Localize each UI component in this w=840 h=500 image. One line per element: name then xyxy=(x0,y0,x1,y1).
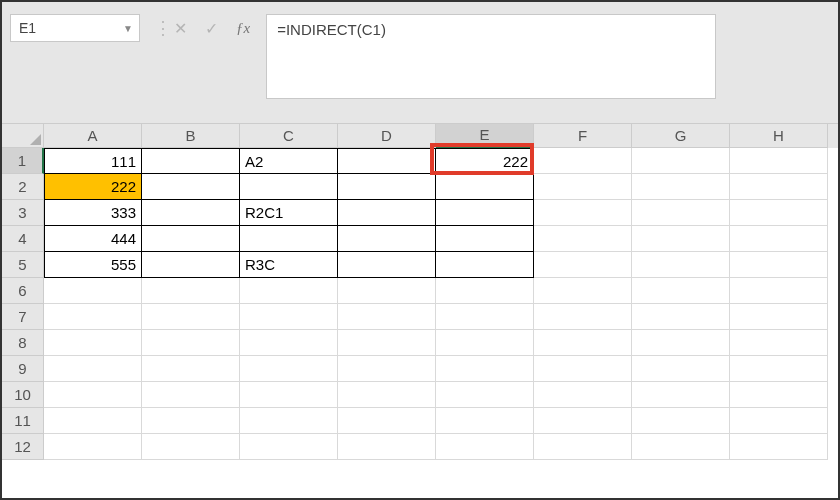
column-header-d[interactable]: D xyxy=(338,124,436,148)
cell-d1[interactable] xyxy=(338,148,436,174)
cell-b10[interactable] xyxy=(142,382,240,408)
column-header-e[interactable]: E xyxy=(436,124,534,148)
cell-b11[interactable] xyxy=(142,408,240,434)
cell-f5[interactable] xyxy=(534,252,632,278)
cell-h8[interactable] xyxy=(730,330,828,356)
cell-b9[interactable] xyxy=(142,356,240,382)
enter-icon[interactable]: ✓ xyxy=(205,19,218,38)
cell-f4[interactable] xyxy=(534,226,632,252)
cell-b12[interactable] xyxy=(142,434,240,460)
cell-h1[interactable] xyxy=(730,148,828,174)
cell-h10[interactable] xyxy=(730,382,828,408)
row-header-6[interactable]: 6 xyxy=(2,278,44,304)
row-header-3[interactable]: 3 xyxy=(2,200,44,226)
column-header-a[interactable]: A xyxy=(44,124,142,148)
cell-f12[interactable] xyxy=(534,434,632,460)
cell-h12[interactable] xyxy=(730,434,828,460)
cell-h9[interactable] xyxy=(730,356,828,382)
column-header-f[interactable]: F xyxy=(534,124,632,148)
cell-g3[interactable] xyxy=(632,200,730,226)
cell-a4[interactable]: 444 xyxy=(44,226,142,252)
cell-f6[interactable] xyxy=(534,278,632,304)
row-header-10[interactable]: 10 xyxy=(2,382,44,408)
cell-a6[interactable] xyxy=(44,278,142,304)
cell-c2[interactable] xyxy=(240,174,338,200)
cell-a12[interactable] xyxy=(44,434,142,460)
cell-h3[interactable] xyxy=(730,200,828,226)
column-header-h[interactable]: H xyxy=(730,124,828,148)
cell-d7[interactable] xyxy=(338,304,436,330)
cell-a11[interactable] xyxy=(44,408,142,434)
cell-b2[interactable] xyxy=(142,174,240,200)
row-header-4[interactable]: 4 xyxy=(2,226,44,252)
cell-g11[interactable] xyxy=(632,408,730,434)
cell-b6[interactable] xyxy=(142,278,240,304)
cell-a10[interactable] xyxy=(44,382,142,408)
cell-f11[interactable] xyxy=(534,408,632,434)
column-header-g[interactable]: G xyxy=(632,124,730,148)
cell-d10[interactable] xyxy=(338,382,436,408)
cell-b3[interactable] xyxy=(142,200,240,226)
cell-g10[interactable] xyxy=(632,382,730,408)
cell-d6[interactable] xyxy=(338,278,436,304)
row-header-7[interactable]: 7 xyxy=(2,304,44,330)
cell-a5[interactable]: 555 xyxy=(44,252,142,278)
cell-c7[interactable] xyxy=(240,304,338,330)
cell-g6[interactable] xyxy=(632,278,730,304)
cell-d2[interactable] xyxy=(338,174,436,200)
cell-e3[interactable] xyxy=(436,200,534,226)
row-header-8[interactable]: 8 xyxy=(2,330,44,356)
cell-c6[interactable] xyxy=(240,278,338,304)
row-header-9[interactable]: 9 xyxy=(2,356,44,382)
cell-f2[interactable] xyxy=(534,174,632,200)
cell-b7[interactable] xyxy=(142,304,240,330)
cell-d8[interactable] xyxy=(338,330,436,356)
cell-b5[interactable] xyxy=(142,252,240,278)
cell-a8[interactable] xyxy=(44,330,142,356)
cell-a2[interactable]: 222 xyxy=(44,174,142,200)
cell-e11[interactable] xyxy=(436,408,534,434)
cell-c4[interactable] xyxy=(240,226,338,252)
cell-f7[interactable] xyxy=(534,304,632,330)
cell-d5[interactable] xyxy=(338,252,436,278)
cell-c9[interactable] xyxy=(240,356,338,382)
cell-f10[interactable] xyxy=(534,382,632,408)
cell-c8[interactable] xyxy=(240,330,338,356)
cell-h2[interactable] xyxy=(730,174,828,200)
cell-d4[interactable] xyxy=(338,226,436,252)
cell-f9[interactable] xyxy=(534,356,632,382)
cell-c10[interactable] xyxy=(240,382,338,408)
cell-d11[interactable] xyxy=(338,408,436,434)
cell-f3[interactable] xyxy=(534,200,632,226)
cell-e10[interactable] xyxy=(436,382,534,408)
cell-e4[interactable] xyxy=(436,226,534,252)
cell-g8[interactable] xyxy=(632,330,730,356)
cell-a9[interactable] xyxy=(44,356,142,382)
cell-g1[interactable] xyxy=(632,148,730,174)
cell-g5[interactable] xyxy=(632,252,730,278)
cell-d3[interactable] xyxy=(338,200,436,226)
cancel-icon[interactable]: ✕ xyxy=(174,19,187,38)
cell-g7[interactable] xyxy=(632,304,730,330)
cell-e1[interactable]: 222 xyxy=(436,148,534,174)
cell-c5[interactable]: R3C xyxy=(240,252,338,278)
cell-g2[interactable] xyxy=(632,174,730,200)
cell-d9[interactable] xyxy=(338,356,436,382)
name-box[interactable]: E1 ▼ xyxy=(10,14,140,42)
row-header-2[interactable]: 2 xyxy=(2,174,44,200)
cell-e6[interactable] xyxy=(436,278,534,304)
cell-a7[interactable] xyxy=(44,304,142,330)
cell-g4[interactable] xyxy=(632,226,730,252)
cell-e5[interactable] xyxy=(436,252,534,278)
cell-e12[interactable] xyxy=(436,434,534,460)
cell-a3[interactable]: 333 xyxy=(44,200,142,226)
row-header-11[interactable]: 11 xyxy=(2,408,44,434)
cell-h11[interactable] xyxy=(730,408,828,434)
select-all-corner[interactable] xyxy=(2,124,44,148)
cell-c11[interactable] xyxy=(240,408,338,434)
column-header-b[interactable]: B xyxy=(142,124,240,148)
cell-h7[interactable] xyxy=(730,304,828,330)
cell-f1[interactable] xyxy=(534,148,632,174)
cell-h5[interactable] xyxy=(730,252,828,278)
cell-e9[interactable] xyxy=(436,356,534,382)
